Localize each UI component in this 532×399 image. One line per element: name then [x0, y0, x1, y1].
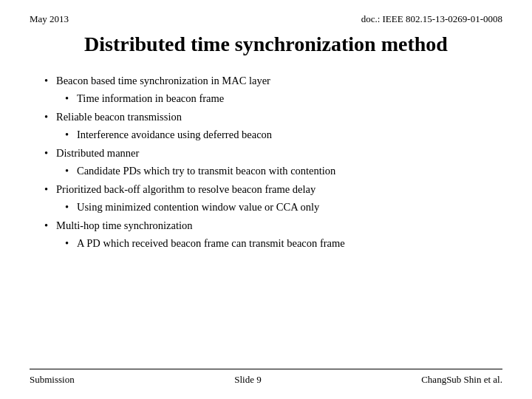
bullet-icon: • — [44, 145, 56, 161]
content-area: •Beacon based time synchronization in MA… — [30, 72, 502, 369]
list-item: •Time information in beacon frame — [65, 90, 502, 106]
list-item-text: A PD which received beacon frame can tra… — [77, 235, 345, 251]
list-item-text: Using minimized contention window value … — [77, 199, 319, 215]
list-item: •Using minimized contention window value… — [65, 199, 502, 215]
footer-author: ChangSub Shin et al. — [421, 374, 502, 386]
footer: Submission Slide 9 ChangSub Shin et al. — [30, 369, 502, 386]
sub-bullet-icon: • — [65, 235, 77, 251]
list-item: •Beacon based time synchronization in MA… — [44, 72, 502, 89]
list-item: •Candidate PDs which try to transmit bea… — [65, 163, 502, 179]
footer-submission: Submission — [30, 374, 75, 386]
list-item-text: Time information in beacon frame — [77, 90, 224, 106]
sub-bullet-icon: • — [65, 199, 77, 215]
bullet-icon: • — [44, 217, 56, 233]
list-item-text: Prioritized back-off algorithm to resolv… — [56, 181, 316, 197]
bullet-icon: • — [44, 72, 56, 89]
list-item-text: Reliable beacon transmission — [56, 109, 182, 125]
footer-slide: Slide 9 — [234, 374, 261, 386]
list-item: •A PD which received beacon frame can tr… — [65, 235, 502, 251]
page-title: Distributed time synchronization method — [30, 33, 502, 56]
list-item: •Interference avoidance using deferred b… — [65, 126, 502, 143]
bullet-icon: • — [44, 109, 56, 125]
list-item: •Prioritized back-off algorithm to resol… — [44, 181, 502, 197]
sub-bullet-icon: • — [65, 163, 77, 179]
sub-bullet-icon: • — [65, 126, 77, 143]
list-item: •Reliable beacon transmission — [44, 109, 502, 125]
page: May 2013 doc.: IEEE 802.15-13-0269-01-00… — [0, 0, 532, 399]
list-item: •Multi-hop time synchronization — [44, 217, 502, 233]
header-doc-id: doc.: IEEE 802.15-13-0269-01-0008 — [361, 13, 502, 25]
list-item-text: Candidate PDs which try to transmit beac… — [77, 163, 335, 179]
list-item-text: Multi-hop time synchronization — [56, 217, 192, 233]
header: May 2013 doc.: IEEE 802.15-13-0269-01-00… — [30, 13, 502, 25]
list-item-text: Interference avoidance using deferred be… — [77, 126, 272, 143]
list-item: •Distributed manner — [44, 145, 502, 161]
header-date: May 2013 — [30, 13, 69, 25]
bullet-icon: • — [44, 181, 56, 197]
list-item-text: Distributed manner — [56, 145, 139, 161]
list-item-text: Beacon based time synchronization in MAC… — [56, 72, 270, 89]
sub-bullet-icon: • — [65, 90, 77, 106]
